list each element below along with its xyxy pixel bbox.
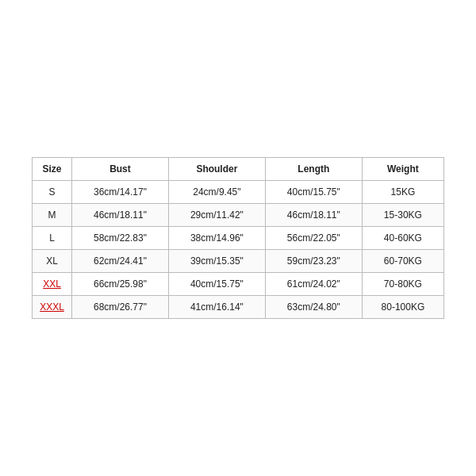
data-cell: 59cm/23.23" [265, 250, 362, 273]
data-cell: 62cm/24.41" [72, 250, 169, 273]
size-chart-wrapper: SizeBustShoulderLengthWeight S36cm/14.17… [32, 157, 444, 319]
table-body: S36cm/14.17"24cm/9.45"40cm/15.75"15KGM46… [33, 181, 444, 319]
table-row: L58cm/22.83"38cm/14.96"56cm/22.05"40-60K… [33, 227, 444, 250]
size-cell: S [33, 181, 72, 204]
size-cell: XL [33, 250, 72, 273]
col-header-weight: Weight [362, 158, 443, 181]
table-row: XXXL68cm/26.77"41cm/16.14"63cm/24.80"80-… [33, 296, 444, 319]
data-cell: 58cm/22.83" [72, 227, 169, 250]
col-header-shoulder: Shoulder [168, 158, 265, 181]
data-cell: 15KG [362, 181, 443, 204]
data-cell: 39cm/15.35" [168, 250, 265, 273]
col-header-length: Length [265, 158, 362, 181]
table-row: XXL66cm/25.98"40cm/15.75"61cm/24.02"70-8… [33, 273, 444, 296]
size-cell: XXL [33, 273, 72, 296]
col-header-bust: Bust [72, 158, 169, 181]
data-cell: 29cm/11.42" [168, 204, 265, 227]
data-cell: 40cm/15.75" [168, 273, 265, 296]
data-cell: 68cm/26.77" [72, 296, 169, 319]
data-cell: 60-70KG [362, 250, 443, 273]
data-cell: 63cm/24.80" [265, 296, 362, 319]
data-cell: 46cm/18.11" [265, 204, 362, 227]
size-cell: L [33, 227, 72, 250]
size-cell: M [33, 204, 72, 227]
data-cell: 15-30KG [362, 204, 443, 227]
data-cell: 40-60KG [362, 227, 443, 250]
col-header-size: Size [33, 158, 72, 181]
data-cell: 80-100KG [362, 296, 443, 319]
data-cell: 36cm/14.17" [72, 181, 169, 204]
size-cell: XXXL [33, 296, 72, 319]
data-cell: 66cm/25.98" [72, 273, 169, 296]
data-cell: 56cm/22.05" [265, 227, 362, 250]
page: SizeBustShoulderLengthWeight S36cm/14.17… [0, 0, 476, 476]
data-cell: 46cm/18.11" [72, 204, 169, 227]
data-cell: 24cm/9.45" [168, 181, 265, 204]
data-cell: 41cm/16.14" [168, 296, 265, 319]
data-cell: 40cm/15.75" [265, 181, 362, 204]
data-cell: 61cm/24.02" [265, 273, 362, 296]
data-cell: 70-80KG [362, 273, 443, 296]
data-cell: 38cm/14.96" [168, 227, 265, 250]
size-chart-table: SizeBustShoulderLengthWeight S36cm/14.17… [32, 157, 444, 319]
table-row: M46cm/18.11"29cm/11.42"46cm/18.11"15-30K… [33, 204, 444, 227]
table-row: S36cm/14.17"24cm/9.45"40cm/15.75"15KG [33, 181, 444, 204]
table-header-row: SizeBustShoulderLengthWeight [33, 158, 444, 181]
table-row: XL62cm/24.41"39cm/15.35"59cm/23.23"60-70… [33, 250, 444, 273]
